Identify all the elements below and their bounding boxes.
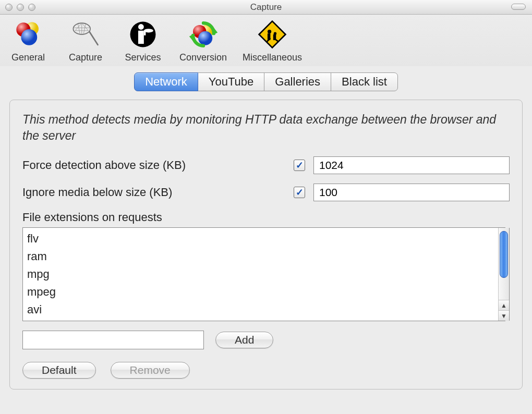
scroll-up-button[interactable]: ▲ [499, 300, 509, 310]
force-detection-label: Force detection above size (KB) [22, 159, 294, 172]
scrollbar-thumb[interactable] [500, 231, 508, 278]
net-icon [69, 18, 102, 51]
force-detection-input[interactable] [313, 156, 510, 174]
default-button[interactable]: Default [22, 362, 96, 379]
add-button[interactable]: Add [215, 332, 273, 348]
tab-blacklist[interactable]: Black list [331, 72, 398, 91]
toolbar-pill-button[interactable] [511, 4, 526, 10]
list-item[interactable]: ram [27, 248, 501, 265]
titlebar: Capture [0, 0, 532, 15]
svg-point-2 [21, 29, 37, 45]
panel-description: This method detects media by monitoring … [22, 112, 510, 144]
waiter-icon [126, 18, 160, 51]
toolbar-item-miscellaneous[interactable]: Miscellaneous [243, 18, 302, 63]
list-scrollbar[interactable]: ▲ ▼ [498, 228, 510, 321]
toolbar-label: Miscellaneous [243, 52, 302, 63]
network-panel: This method detects media by monitoring … [9, 100, 523, 389]
ignore-media-label: Ignore media below size (KB) [22, 186, 294, 199]
toolbar-label: Conversion [179, 52, 227, 63]
toolbar-label: General [11, 52, 45, 63]
toolbar-item-conversion[interactable]: Conversion [179, 18, 227, 63]
svg-point-6 [138, 24, 144, 30]
toolbar-item-services[interactable]: Services [122, 18, 164, 63]
svg-marker-14 [259, 21, 286, 48]
conversion-icon [187, 18, 220, 51]
svg-point-15 [268, 30, 271, 33]
ignore-media-checkbox[interactable] [294, 187, 305, 198]
file-extensions-label: File extensions on requests [22, 211, 510, 224]
add-extension-input[interactable] [22, 331, 204, 349]
scroll-down-button[interactable]: ▼ [499, 310, 509, 321]
segmented-tabs: Network YouTube Galleries Black list [134, 72, 398, 91]
svg-line-4 [89, 32, 98, 45]
extensions-list[interactable]: flv ram mpg mpeg avi [22, 227, 505, 321]
toolbar-label: Services [125, 52, 161, 63]
toolbar-item-general[interactable]: General [7, 18, 49, 63]
svg-rect-8 [144, 31, 146, 35]
force-detection-checkbox[interactable] [294, 160, 305, 171]
list-item[interactable]: avi [27, 301, 501, 319]
svg-point-11 [198, 31, 212, 45]
window-title: Capture [0, 2, 532, 13]
list-item[interactable]: flv [27, 230, 501, 248]
remove-button[interactable]: Remove [111, 362, 190, 379]
balloons-icon [11, 18, 45, 51]
preferences-toolbar: General Capture Services [0, 15, 532, 66]
warning-sign-icon [256, 18, 289, 51]
toolbar-label: Capture [69, 52, 102, 63]
list-item[interactable]: mpg [27, 265, 501, 283]
toolbar-item-capture[interactable]: Capture [65, 18, 106, 63]
tab-galleries[interactable]: Galleries [264, 72, 331, 91]
tab-network[interactable]: Network [134, 72, 198, 91]
tab-youtube[interactable]: YouTube [198, 72, 264, 91]
ignore-media-input[interactable] [313, 184, 510, 201]
list-item[interactable]: mpeg [27, 283, 501, 301]
